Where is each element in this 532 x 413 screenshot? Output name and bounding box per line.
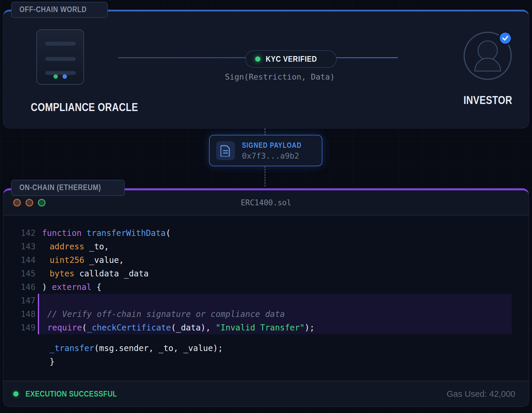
document-icon bbox=[216, 141, 235, 160]
line-number: 144 bbox=[3, 255, 38, 265]
onchain-zone-label: ON-CHAIN (ETHEREUM) bbox=[19, 183, 101, 192]
window-title: ERC1400.sol bbox=[241, 198, 291, 207]
code-lines: 142function transferWithData(143address … bbox=[3, 226, 529, 368]
payload-hash: 0x7f3...a9b2 bbox=[242, 151, 313, 160]
kyc-status-dot bbox=[255, 56, 260, 62]
verified-check-icon bbox=[498, 31, 512, 45]
code-line: _transfer(msg.sender, _to, _value); bbox=[3, 341, 529, 355]
server-icon bbox=[36, 29, 84, 85]
window-dot-yellow[interactable] bbox=[26, 199, 33, 206]
window-dot-green[interactable] bbox=[38, 199, 46, 206]
code-line: 146) external { bbox=[3, 280, 529, 294]
window-dot-red[interactable] bbox=[13, 199, 21, 206]
server-status-blue-dot bbox=[63, 74, 67, 79]
investor: INVESTOR bbox=[459, 32, 516, 107]
gas-used: Gas Used: 42,000 bbox=[447, 389, 515, 399]
investor-label: INVESTOR bbox=[459, 94, 516, 107]
line-number: 143 bbox=[3, 242, 38, 251]
onchain-zone-badge: ON-CHAIN (ETHEREUM) bbox=[11, 180, 125, 196]
kyc-label: KYC VERIFIED bbox=[266, 54, 327, 64]
code-line: 147 bbox=[3, 294, 529, 307]
offchain-zone-badge: OFF-CHAIN WORLD bbox=[11, 2, 108, 18]
line-number: 145 bbox=[3, 269, 38, 278]
compliance-oracle: COMPLIANCE ORACLE bbox=[21, 29, 100, 114]
line-number: 142 bbox=[3, 228, 38, 238]
code-line: } bbox=[3, 355, 529, 368]
offchain-zone-label: OFF-CHAIN WORLD bbox=[19, 5, 87, 14]
sign-annotation: Sign(Restriction, Data) bbox=[192, 72, 368, 81]
line-number: 148 bbox=[3, 309, 38, 319]
success-status-dot bbox=[13, 391, 18, 397]
code-line: 149require(_checkCertificate(_data), "In… bbox=[3, 321, 529, 334]
person-avatar-icon bbox=[464, 32, 512, 80]
execution-footer: EXECUTION SUCCESSFUL Gas Used: 42,000 bbox=[3, 381, 529, 407]
code-line: 148// Verify off-chain signature or comp… bbox=[3, 307, 529, 321]
code-line: 145bytes calldata _data bbox=[3, 267, 529, 280]
code-editor: 142function transferWithData(143address … bbox=[3, 216, 529, 381]
execution-status: EXECUTION SUCCESSFUL bbox=[26, 389, 134, 399]
code-line: 142function transferWithData( bbox=[3, 226, 529, 240]
payload-title: SIGNED PAYLOAD bbox=[242, 141, 313, 150]
line-number: 147 bbox=[3, 296, 38, 305]
code-line: 143address _to, bbox=[3, 240, 529, 253]
kyc-verified-badge: KYC VERIFIED bbox=[245, 50, 337, 68]
oracle-label: COMPLIANCE ORACLE bbox=[21, 101, 100, 114]
line-number: 149 bbox=[3, 323, 38, 333]
onchain-panel: ERC1400.sol 142function transferWithData… bbox=[3, 188, 529, 407]
line-number: 146 bbox=[3, 282, 38, 292]
server-status-green-dot bbox=[53, 74, 58, 79]
code-line: 144uint256 _value, bbox=[3, 253, 529, 267]
signed-payload-card: SIGNED PAYLOAD 0x7f3...a9b2 bbox=[209, 135, 322, 166]
diagram-stage: OFF-CHAIN WORLD COMPLIANCE ORACLE KYC VE… bbox=[0, 0, 532, 413]
